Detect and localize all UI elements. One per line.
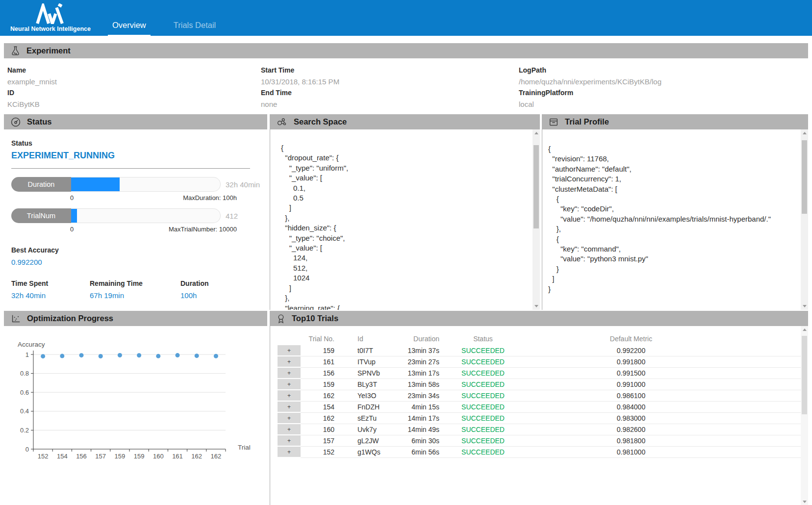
top10-section-title: Top10 Trials: [292, 314, 338, 323]
expand-row-button[interactable]: +: [278, 402, 301, 413]
field-label: ID: [7, 87, 261, 99]
tab-trials-detail[interactable]: Trials Detail: [169, 21, 221, 36]
tab-overview[interactable]: Overview: [108, 21, 151, 36]
trial-duration-cell: 23min 34s: [407, 390, 441, 402]
box-icon: [548, 117, 559, 127]
trial-profile-section-header: Trial Profile: [542, 114, 808, 129]
experiment-section-header: Experiment: [4, 43, 808, 58]
expand-row-button[interactable]: +: [278, 390, 301, 402]
scroll-up-arrow[interactable]: [801, 326, 808, 333]
expand-row-button[interactable]: +: [278, 447, 301, 458]
gauge-icon: [10, 117, 21, 127]
trial-no-cell: 159: [301, 379, 338, 390]
scroll-up-arrow[interactable]: [533, 129, 540, 137]
svg-text:156: 156: [76, 453, 87, 460]
stat-value: 67h 19min: [90, 291, 180, 300]
filler-cell: [737, 435, 805, 447]
duration-bar-fill: [71, 177, 120, 191]
field-value: local: [519, 99, 812, 110]
expand-row-button[interactable]: +: [278, 368, 301, 379]
trial-id-cell: ITVup: [338, 356, 407, 368]
svg-text:0.8: 0.8: [20, 370, 29, 377]
scrollbar-thumb[interactable]: [533, 145, 539, 228]
scrollbar-thumb[interactable]: [802, 336, 807, 414]
stat-label: Time Spent: [11, 279, 90, 287]
scroll-up-arrow[interactable]: [801, 129, 808, 137]
search-space-json: { "dropout_rate": { "_type": "uniform", …: [270, 129, 540, 310]
trial-status-cell: SUCCEEDED: [441, 356, 525, 368]
trial-duration-cell: 13min 58s: [407, 379, 441, 390]
field-label: TrainingPlatform: [519, 87, 812, 99]
svg-text:0.6: 0.6: [20, 389, 29, 396]
trial-metric-cell: 0.983000: [525, 413, 737, 424]
trial-no-cell: 162: [301, 390, 338, 402]
search-space-section-header: Search Space: [270, 114, 540, 129]
main-nav: Overview Trials Detail: [108, 0, 239, 36]
table-row: +154FnDZH4min 15sSUCCEEDED0.984000: [278, 402, 805, 413]
status-label: Status: [11, 139, 267, 147]
search-space-panel: Search Space { "dropout_rate": { "_type"…: [270, 114, 540, 310]
trial-duration-cell: 6min 30s: [407, 435, 441, 447]
expand-row-button[interactable]: +: [278, 413, 301, 424]
experiment-section-title: Experiment: [26, 46, 71, 55]
field-label: LogPath: [519, 65, 812, 76]
col-duration: Duration: [407, 332, 441, 345]
expand-row-button[interactable]: +: [278, 379, 301, 390]
status-value: EXPERIMENT_RUNNING: [11, 151, 267, 161]
trial-profile-json: { "revision": 11768, "authorName": "defa…: [542, 129, 808, 294]
experiment-info: Name example_mnist ID KCiBytKB Start Tim…: [0, 58, 812, 114]
scroll-down-arrow[interactable]: [801, 303, 808, 310]
top10-scrollbar[interactable]: [801, 326, 808, 505]
experiment-col-2: Start Time 10/31/2018, 8:16:15 PM End Ti…: [261, 65, 519, 114]
expand-row-button[interactable]: +: [278, 356, 301, 368]
experiment-col-3: LogPath /home/quzha/nni/experiments/KCiB…: [519, 65, 812, 114]
duration-progress: Duration 32h 40min: [11, 177, 267, 192]
trialnum-bar-fill: [71, 209, 77, 223]
expand-row-button[interactable]: +: [278, 345, 301, 356]
chart-x-axis-label: Trial: [238, 444, 251, 451]
optimization-section-header: Optimization Progress: [4, 311, 267, 326]
scroll-down-arrow[interactable]: [533, 303, 540, 310]
table-row: +156SPNVb13min 17sSUCCEEDED0.991500: [278, 368, 805, 379]
svg-text:154: 154: [57, 453, 68, 460]
field-label: Start Time: [261, 65, 519, 76]
trial-id-cell: FnDZH: [338, 402, 407, 413]
trial-metric-cell: 0.986100: [525, 390, 737, 402]
trial-metric-cell: 0.991000: [525, 379, 737, 390]
trial-no-cell: 156: [301, 368, 338, 379]
flask-icon: [10, 46, 21, 56]
field-label: End Time: [261, 87, 519, 99]
trial-profile-scrollbar[interactable]: [801, 129, 808, 310]
expand-row-button[interactable]: +: [278, 424, 301, 435]
trial-id-cell: BLy3T: [338, 379, 407, 390]
trial-status-cell: SUCCEEDED: [441, 424, 525, 435]
filler-cell: [737, 424, 805, 435]
table-row: +159t0I7T13min 37sSUCCEEDED0.992200: [278, 345, 805, 356]
best-accuracy-label: Best Accuracy: [11, 246, 267, 254]
scroll-down-arrow[interactable]: [801, 498, 808, 505]
scrollbar-thumb[interactable]: [802, 140, 807, 214]
trial-id-cell: g1WQs: [338, 447, 407, 458]
col-id: Id: [338, 332, 407, 345]
trialnum-value: 412: [226, 212, 238, 220]
scale-min: 0: [70, 226, 74, 233]
svg-text:0: 0: [25, 446, 29, 453]
trial-metric-cell: 0.991500: [525, 368, 737, 379]
duration-value: 32h 40min: [226, 180, 260, 189]
trial-status-cell: SUCCEEDED: [441, 390, 525, 402]
expand-row-button[interactable]: +: [278, 435, 301, 447]
search-space-scrollbar[interactable]: [533, 129, 540, 310]
table-header-row: Trial No. Id Duration Status Default Met…: [278, 332, 805, 345]
trial-id-cell: sEzTu: [338, 413, 407, 424]
best-accuracy: Best Accuracy 0.992200: [11, 246, 267, 266]
col-trial-no: Trial No.: [301, 332, 338, 345]
col-default-metric: Default Metric: [525, 332, 737, 345]
trial-duration-cell: 13min 37s: [407, 345, 441, 356]
trialnum-bar-track: [71, 208, 221, 223]
svg-text:162: 162: [191, 453, 202, 460]
scatter-chart-icon: [10, 313, 21, 324]
app-header: Neural Network Intelligence Overview Tri…: [0, 0, 812, 36]
duration-bar-label: Duration: [11, 177, 71, 192]
filler-cell: [737, 356, 805, 368]
filler-cell: [737, 390, 805, 402]
